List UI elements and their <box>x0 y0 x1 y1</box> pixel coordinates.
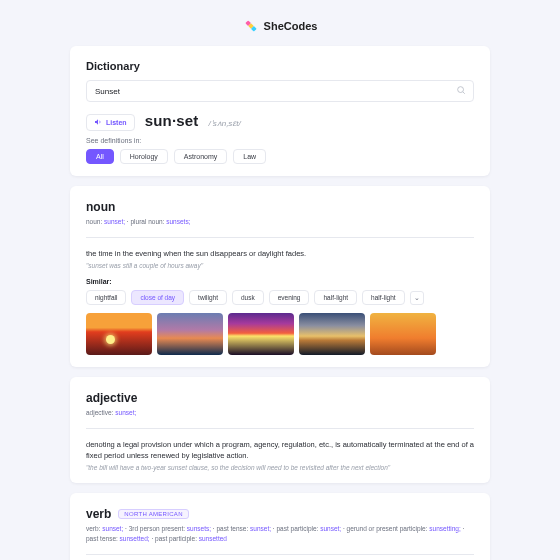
pos-adjective: adjective <box>86 391 474 405</box>
page-title: Dictionary <box>86 60 474 72</box>
search-icon <box>456 85 466 97</box>
listen-button[interactable]: Listen <box>86 114 135 131</box>
noun-example: "sunset was still a couple of hours away… <box>86 262 474 269</box>
chevron-down-icon: ⌄ <box>414 294 420 302</box>
thumbnail[interactable] <box>228 313 294 355</box>
search-input[interactable] <box>95 87 451 96</box>
adjective-example: "the bill will have a two-year sunset cl… <box>86 464 474 471</box>
expand-similars-button[interactable]: ⌄ <box>410 291 424 305</box>
adjective-forms: adjective: sunset; <box>86 408 474 418</box>
filter-all[interactable]: All <box>86 149 114 164</box>
filter-horology[interactable]: Horology <box>120 149 168 164</box>
adjective-definition: denoting a legal provision under which a… <box>86 439 474 462</box>
svg-line-4 <box>463 92 465 94</box>
similar-chip[interactable]: dusk <box>232 290 264 305</box>
region-badge: NORTH AMERICAN <box>118 509 188 519</box>
similar-chip[interactable]: half-light <box>314 290 357 305</box>
filter-law[interactable]: Law <box>233 149 266 164</box>
brand: SheCodes <box>243 18 318 34</box>
similar-chip[interactable]: nightfall <box>86 290 126 305</box>
similar-list: nightfall close of day twilight dusk eve… <box>86 290 474 305</box>
divider <box>86 237 474 238</box>
pos-noun: noun <box>86 200 474 214</box>
similar-chip[interactable]: twilight <box>189 290 227 305</box>
similar-chip[interactable]: evening <box>269 290 310 305</box>
verb-card: verb NORTH AMERICAN verb: sunset; · 3rd … <box>70 493 490 560</box>
divider <box>86 428 474 429</box>
listen-label: Listen <box>106 119 127 126</box>
search-box[interactable] <box>86 80 474 102</box>
pos-verb: verb <box>86 507 111 521</box>
thumbnail[interactable] <box>86 313 152 355</box>
thumbnail[interactable] <box>157 313 223 355</box>
image-gallery <box>86 313 474 355</box>
header-card: Dictionary Listen sun·set /ˈsʌnˌsɛt/ Se <box>70 46 490 176</box>
phonetic: /ˈsʌnˌsɛt/ <box>209 119 241 128</box>
adjective-card: adjective adjective: sunset; denoting a … <box>70 377 490 483</box>
similar-label: Similar: <box>86 278 474 285</box>
noun-definition: the time in the evening when the sun dis… <box>86 248 474 259</box>
brand-logo-icon <box>243 18 259 34</box>
noun-forms: noun: sunset; · plural noun: sunsets; <box>86 217 474 227</box>
filter-astronomy[interactable]: Astronomy <box>174 149 227 164</box>
headword: sun·set <box>145 112 199 129</box>
domain-filters: All Horology Astronomy Law <box>86 149 474 164</box>
thumbnail[interactable] <box>299 313 365 355</box>
volume-icon <box>94 118 102 127</box>
see-definitions-label: See definitions in: <box>86 137 474 144</box>
thumbnail[interactable] <box>370 313 436 355</box>
similar-chip[interactable]: close of day <box>131 290 184 305</box>
svg-point-3 <box>458 87 464 93</box>
similar-chip[interactable]: half-light <box>362 290 405 305</box>
divider <box>86 554 474 555</box>
verb-forms: verb: sunset; · 3rd person present: suns… <box>86 524 474 544</box>
brand-name: SheCodes <box>264 20 318 32</box>
noun-card: noun noun: sunset; · plural noun: sunset… <box>70 186 490 367</box>
